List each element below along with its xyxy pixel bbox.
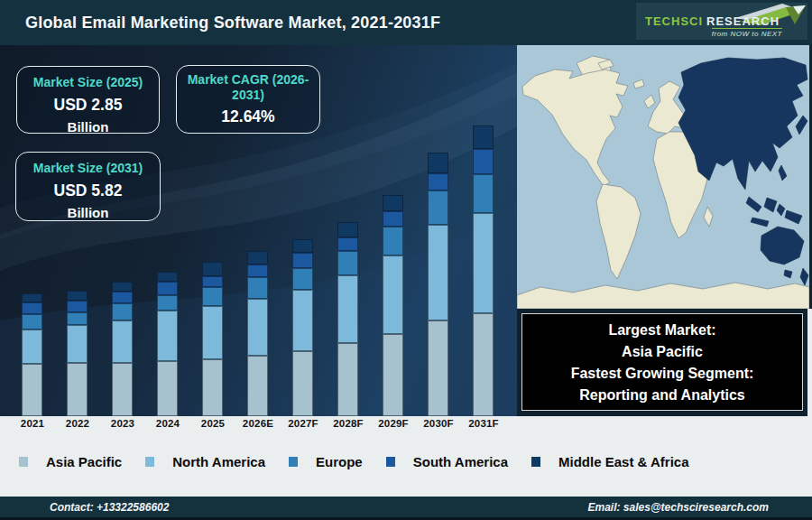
bar-segment-north-america (67, 325, 88, 363)
bar-segment-middle-east-africa (383, 195, 403, 211)
bar-segment-asia-pacific (247, 356, 268, 416)
bar-segment-north-america (337, 275, 358, 343)
bar-2024 (157, 272, 178, 416)
bar-segment-south-america (112, 292, 133, 303)
bar-segment-asia-pacific (22, 364, 42, 416)
x-label-2024: 2024 (145, 418, 190, 429)
bar-segment-europe (292, 268, 313, 290)
info-line: Fastest Growing Segment: (522, 363, 802, 385)
legend-swatch-south-america (386, 457, 395, 467)
bar-segment-south-america (292, 253, 313, 268)
contact-text: Contact: +13322586602 (50, 501, 169, 514)
bar-segment-asia-pacific (202, 359, 223, 416)
bar-segment-south-america (67, 301, 88, 311)
bar-segment-middle-east-africa (67, 291, 88, 301)
infographic: Global Email Marketing Software Market, … (0, 0, 812, 520)
legend-label-north-america: North America (172, 454, 265, 469)
x-label-2022: 2022 (55, 418, 100, 429)
bar-segment-asia-pacific (383, 334, 403, 416)
info-line: Reporting and Analytics (522, 385, 802, 406)
x-label-2030f: 2030F (416, 418, 461, 429)
legend-item-middle-east-africa: Middle East & Africa (531, 454, 688, 469)
bar-segment-south-america (337, 237, 358, 251)
legend: Asia PacificNorth AmericaEuropeSouth Ame… (19, 454, 689, 469)
bar-segment-asia-pacific (337, 343, 358, 416)
x-label-2028f: 2028F (326, 418, 371, 429)
brand-tagline: from NOW to NEXT (712, 28, 782, 38)
legend-swatch-europe (289, 457, 298, 467)
bar-segment-north-america (247, 299, 268, 356)
legend-swatch-asia-pacific (19, 457, 28, 467)
x-label-2021: 2021 (10, 418, 55, 429)
x-label-2029f: 2029F (371, 418, 416, 429)
footer: Contact: +13322586602 Email: sales@techs… (0, 497, 812, 520)
bar-segment-north-america (383, 255, 403, 334)
info-line: Asia Pacific (522, 341, 802, 363)
page-title: Global Email Marketing Software Market, … (25, 0, 440, 45)
bar-segment-middle-east-africa (22, 293, 42, 302)
bar-segment-north-america (292, 290, 313, 351)
legend-label-middle-east-africa: Middle East & Africa (558, 454, 688, 469)
bar-2023 (112, 282, 133, 416)
bar-segment-europe (157, 295, 178, 311)
bar-segment-middle-east-africa (292, 239, 313, 253)
legend-label-asia-pacific: Asia Pacific (46, 454, 122, 469)
bar-segment-europe (383, 227, 403, 255)
legend-swatch-north-america (145, 457, 154, 467)
bar-segment-europe (67, 312, 88, 326)
x-label-2023: 2023 (100, 418, 145, 429)
bar-2029f (383, 195, 403, 416)
email-text: Email: sales@techsciresearch.com (588, 501, 769, 514)
x-axis-labels: 202120222023202420252026E2027F2028F2029F… (0, 418, 517, 432)
bar-segment-north-america (157, 311, 178, 361)
bar-segment-south-america (22, 302, 42, 314)
bar-2028f (337, 222, 358, 416)
legend-item-asia-pacific: Asia Pacific (19, 454, 122, 469)
x-label-2031f: 2031F (461, 418, 506, 429)
bar-segment-south-america (202, 276, 223, 287)
bar-2022 (67, 291, 88, 416)
bar-segment-north-america (22, 330, 42, 364)
legend-swatch-middle-east-africa (531, 457, 540, 467)
bar-segment-europe (202, 287, 223, 306)
brand-logo: TECHSCIRESEARCH from NOW to NEXT (636, 3, 807, 40)
bar-segment-middle-east-africa (247, 251, 268, 265)
bar-segment-europe (112, 303, 133, 320)
bar-segment-europe (22, 314, 42, 330)
bar-2021 (22, 293, 42, 416)
legend-label-south-america: South America (413, 454, 508, 469)
bar-segment-europe (428, 190, 448, 225)
bar-2027f (292, 239, 313, 416)
bar-segment-middle-east-africa (112, 282, 133, 292)
info-box: Largest Market: Asia Pacific Fastest Gro… (521, 313, 803, 411)
info-line: Largest Market: (522, 320, 802, 341)
bar-2026e (247, 251, 268, 416)
bar-segment-asia-pacific (112, 363, 133, 416)
bar-segment-europe (473, 174, 494, 213)
x-label-2027f: 2027F (281, 418, 326, 429)
legend-label-europe: Europe (316, 454, 363, 469)
bar-segment-south-america (428, 173, 448, 190)
chart-panel: Market Size (2025) USD 2.85 Billion Mark… (0, 45, 517, 416)
bar-segment-asia-pacific (67, 363, 88, 416)
bar-segment-north-america (428, 225, 448, 320)
bar-segment-south-america (473, 149, 494, 174)
bar-2030f (428, 153, 448, 416)
bar-segment-north-america (202, 306, 223, 359)
bar-segment-middle-east-africa (337, 222, 358, 237)
bar-segment-south-america (157, 282, 178, 294)
bar-segment-middle-east-africa (202, 262, 223, 276)
bar-segment-europe (337, 251, 358, 275)
bar-segment-north-america (473, 213, 494, 313)
bar-segment-south-america (247, 265, 268, 277)
bar-segment-asia-pacific (292, 351, 313, 416)
bar-segment-south-america (383, 211, 403, 227)
bar-segment-middle-east-africa (473, 125, 494, 149)
brand-name: TECHSCIRESEARCH (645, 14, 780, 28)
bar-2031f (473, 125, 494, 416)
bar-chart (0, 45, 517, 416)
legend-item-europe: Europe (289, 454, 363, 469)
x-label-2026e: 2026E (235, 418, 281, 429)
bar-segment-middle-east-africa (157, 272, 178, 282)
bar-2025 (202, 262, 223, 416)
